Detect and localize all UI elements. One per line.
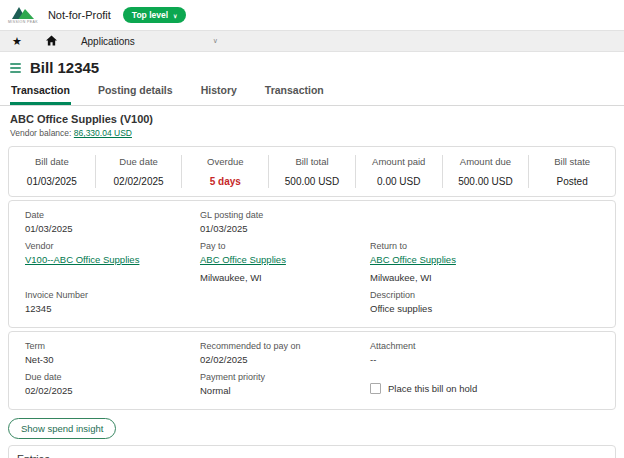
summary-amount-due: Amount due 500.00 USD [443, 155, 530, 188]
field-vendor: Vendor V100--ABC Office Supplies [25, 241, 200, 265]
summary-bill-date: Bill date 01/03/2025 [9, 155, 96, 188]
return-to-city: Milwaukee, WI [370, 272, 599, 283]
field-invoice-number: Invoice Number 12345 [25, 290, 200, 314]
return-to-link[interactable]: ABC Office Supplies [370, 254, 456, 265]
field-pay-to: Pay to ABC Office Supplies [200, 241, 370, 265]
summary-overdue: Overdue 5 days [182, 155, 269, 188]
vendor-name: ABC Office Supplies (V100) [10, 113, 614, 125]
list-menu-icon[interactable] [10, 63, 21, 73]
page-title-row: Bill 12345 [0, 52, 624, 79]
bill-details-card: Date 01/03/2025 GL posting date 01/03/20… [8, 200, 616, 328]
overdue-badge: 5 days [186, 176, 264, 187]
vendor-link[interactable]: V100--ABC Office Supplies [25, 254, 139, 265]
field-attachment: Attachment -- [370, 341, 599, 365]
mountain-icon [12, 6, 34, 19]
context-pill-label: Top level [132, 10, 168, 20]
chevron-down-icon: ∨ [213, 37, 218, 45]
field-recommended-pay-on: Recommended to pay on 02/02/2025 [200, 341, 370, 365]
payment-terms-card: Term Net-30 Recommended to pay on 02/02/… [8, 331, 616, 410]
field-gl-posting-date: GL posting date 01/03/2025 [200, 210, 370, 234]
tab-bar: Transaction Posting details History Tran… [0, 79, 624, 106]
pay-to-link[interactable]: ABC Office Supplies [200, 254, 286, 265]
bill-state-value: Posted [533, 176, 611, 187]
vendor-balance-label: Vendor balance: [10, 128, 71, 138]
mission-peak-logo: MISSION PEAK [8, 6, 38, 24]
page-title: Bill 12345 [30, 59, 99, 76]
entries-title: Entries [17, 453, 607, 458]
top-level-context-button[interactable]: Top level ∨ [123, 7, 187, 23]
entries-section: Entries Account Amount Fund Restriction … [8, 445, 616, 458]
tab-history[interactable]: History [200, 79, 238, 105]
field-term: Term Net-30 [25, 341, 200, 365]
logo-caption: MISSION PEAK [8, 20, 38, 24]
field-payment-priority: Payment priority Normal [200, 372, 370, 396]
field-description: Description Office supplies [370, 290, 599, 314]
chevron-down-icon: ∨ [173, 12, 177, 19]
pay-to-city: Milwaukee, WI [200, 272, 370, 283]
applications-menu[interactable]: Applications ∨ [81, 36, 218, 47]
vendor-balance-link[interactable]: 86,330.04 USD [74, 128, 132, 138]
hold-row: Place this bill on hold [370, 374, 599, 403]
place-on-hold-checkbox[interactable] [370, 383, 381, 394]
summary-bill-total: Bill total 500.00 USD [269, 155, 356, 188]
summary-amount-paid: Amount paid 0.00 USD [356, 155, 443, 188]
company-name: Not-for-Profit [48, 9, 111, 21]
summary-due-date: Due date 02/02/2025 [96, 155, 183, 188]
tab-posting-details[interactable]: Posting details [97, 79, 174, 105]
tab-transaction-2[interactable]: Transaction [264, 79, 325, 105]
field-return-to: Return to ABC Office Supplies [370, 241, 599, 265]
home-icon[interactable] [46, 35, 57, 48]
nav-bar: ★ Applications ∨ [0, 30, 624, 52]
bill-summary-strip: Bill date 01/03/2025 Due date 02/02/2025… [8, 146, 616, 197]
star-icon[interactable]: ★ [12, 36, 22, 47]
vendor-header: ABC Office Supplies (V100) Vendor balanc… [0, 106, 624, 143]
show-spend-insight-button[interactable]: Show spend insight [8, 418, 116, 439]
field-date: Date 01/03/2025 [25, 210, 200, 234]
tab-transaction[interactable]: Transaction [10, 79, 71, 105]
top-bar: MISSION PEAK Not-for-Profit Top level ∨ [0, 0, 624, 30]
place-on-hold-label: Place this bill on hold [388, 383, 477, 394]
summary-bill-state: Bill state Posted [529, 155, 615, 188]
applications-label: Applications [81, 36, 135, 47]
field-due-date: Due date 02/02/2025 [25, 372, 200, 396]
vendor-balance: Vendor balance: 86,330.04 USD [10, 128, 614, 138]
